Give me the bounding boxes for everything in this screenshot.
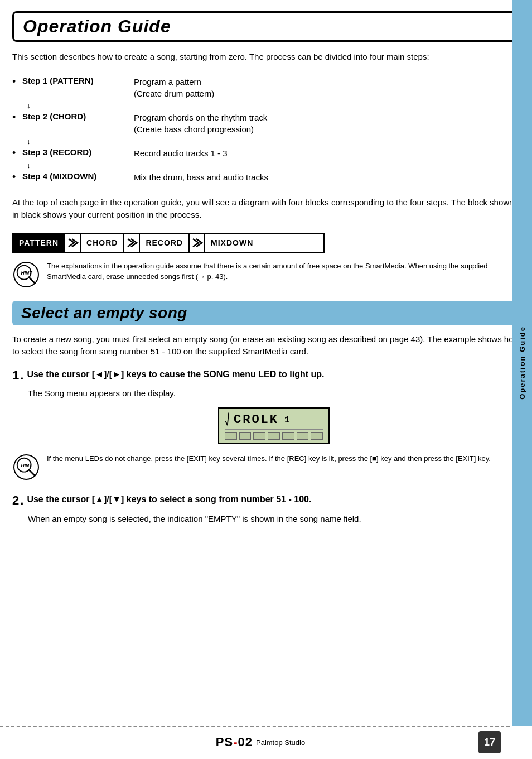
arrow-right-icon — [191, 237, 203, 249]
table-row: ↓ — [12, 100, 520, 111]
arrow-right-icon — [66, 237, 79, 249]
lcd-char: ⎷CROLK — [225, 413, 279, 427]
diagram-block-chord: CHORD — [81, 234, 123, 252]
numbered-step-2: 2. Use the cursor [▲]/[▼] keys to select… — [12, 493, 520, 525]
page-footer: PS-02 Palmtop Studio 17 — [0, 726, 510, 753]
step2-header: 2. Use the cursor [▲]/[▼] keys to select… — [12, 493, 520, 508]
arrow-right-icon — [125, 237, 138, 249]
lcd-segment — [311, 432, 323, 440]
diagram-text: At the top of each page in the operation… — [12, 196, 520, 222]
lcd-bottom-row — [225, 432, 323, 440]
section1-intro: This section describes how to create a s… — [12, 51, 520, 64]
bullet: • — [12, 146, 22, 160]
diagram-bar: PATTERN CHORD RECORD MIXDOWN — [12, 233, 325, 253]
step1-number: 1 — [12, 368, 19, 383]
step2-body: When an empty song is selected, the indi… — [28, 513, 520, 526]
magnifier-icon: HINT — [14, 455, 38, 479]
footer-logo-palmtop: Palmtop Studio — [256, 738, 305, 747]
lcd-segment — [297, 432, 309, 440]
table-row: • Step 3 (RECORD) Record audio tracks 1 … — [12, 146, 520, 160]
numbered-step-1: 1. Use the cursor [◄]/[►] keys to cause … — [12, 368, 520, 445]
footer-logo: PS-02 Palmtop Studio — [216, 735, 305, 750]
step3-desc: Record audio tracks 1 - 3 — [134, 146, 520, 160]
diagram-block-mixdown: MIXDOWN — [205, 234, 259, 252]
table-row: • Step 1 (PATTERN) Program a pattern(Cre… — [12, 75, 520, 100]
svg-line-4 — [29, 470, 35, 476]
step2-heading: Use the cursor [▲]/[▼] keys to select a … — [27, 493, 311, 506]
lcd-display-container: ⎷CROLK 1 — [28, 407, 520, 444]
lcd-display: ⎷CROLK 1 — [218, 407, 330, 444]
step3-label: Step 3 (RECORD) — [22, 146, 134, 160]
hint1-text: The explanations in the operation guide … — [47, 261, 520, 282]
lcd-segment — [239, 432, 252, 440]
step1-dot: . — [20, 368, 23, 383]
down-arrow-icon: ↓ — [27, 161, 31, 170]
hint1-box: HINT The explanations in the operation g… — [12, 261, 520, 289]
lcd-indicator: 1 — [284, 415, 292, 425]
right-sidebar: Operation Guide — [512, 0, 532, 726]
step4-desc: Mix the drum, bass and audio tracks — [134, 170, 520, 184]
lcd-segment — [282, 432, 294, 440]
down-arrow-icon: ↓ — [27, 101, 31, 110]
steps-table: • Step 1 (PATTERN) Program a pattern(Cre… — [12, 75, 520, 184]
svg-text:HINT: HINT — [21, 270, 32, 276]
step2-number: 2 — [12, 493, 19, 508]
section2-title-box: Select an empty song — [12, 301, 520, 325]
magnifier-icon: HINT — [14, 262, 38, 287]
svg-text:HINT: HINT — [21, 463, 32, 468]
section2-intro: To create a new song, you must first sel… — [12, 333, 520, 358]
sidebar-label: Operation Guide — [518, 326, 526, 400]
diagram-block-record: RECORD — [140, 234, 188, 252]
diagram-arrow-1 — [64, 234, 81, 252]
step2-desc: Program chords on the rhythm track(Creat… — [134, 111, 520, 136]
bullet: • — [12, 111, 22, 136]
hint2-box: HINT If the menu LEDs do not change, pre… — [12, 453, 520, 481]
step1-desc: Program a pattern(Create drum pattern) — [134, 75, 520, 100]
page-container: Operation Guide This section describes h… — [12, 0, 520, 568]
table-row: ↓ — [12, 160, 520, 170]
step1-body: The Song menu appears on the display. — [28, 387, 520, 400]
section1-title: Operation Guide — [23, 16, 509, 37]
footer-page-number: 17 — [478, 731, 501, 753]
section1-title-box: Operation Guide — [12, 11, 520, 42]
diagram-arrow-2 — [123, 234, 140, 252]
step1-heading: Use the cursor [◄]/[►] keys to cause the… — [27, 368, 324, 381]
step1-label: Step 1 (PATTERN) — [22, 75, 134, 100]
step2-label: Step 2 (CHORD) — [22, 111, 134, 136]
bullet: • — [12, 170, 22, 184]
lcd-segment — [225, 432, 237, 440]
table-row: ↓ — [12, 136, 520, 146]
lcd-top-row: ⎷CROLK 1 — [225, 413, 323, 430]
lcd-segment — [253, 432, 265, 440]
step1-header: 1. Use the cursor [◄]/[►] keys to cause … — [12, 368, 520, 383]
step4-label: Step 4 (MIXDOWN) — [22, 170, 134, 184]
hint2-text: If the menu LEDs do not change, press th… — [47, 453, 520, 464]
bullet: • — [12, 75, 22, 100]
diagram-block-pattern: PATTERN — [13, 234, 64, 252]
svg-line-1 — [29, 277, 35, 283]
footer-logo-ps: PS-02 — [216, 735, 253, 750]
down-arrow-icon: ↓ — [27, 137, 31, 146]
hint1-icon: HINT — [12, 261, 40, 289]
diagram-arrow-3 — [188, 234, 205, 252]
section2-title: Select an empty song — [21, 304, 511, 322]
step2-dot: . — [20, 493, 23, 508]
table-row: • Step 4 (MIXDOWN) Mix the drum, bass an… — [12, 170, 520, 184]
hint2-icon: HINT — [12, 453, 40, 481]
table-row: • Step 2 (CHORD) Program chords on the r… — [12, 111, 520, 136]
lcd-segment — [268, 432, 280, 440]
